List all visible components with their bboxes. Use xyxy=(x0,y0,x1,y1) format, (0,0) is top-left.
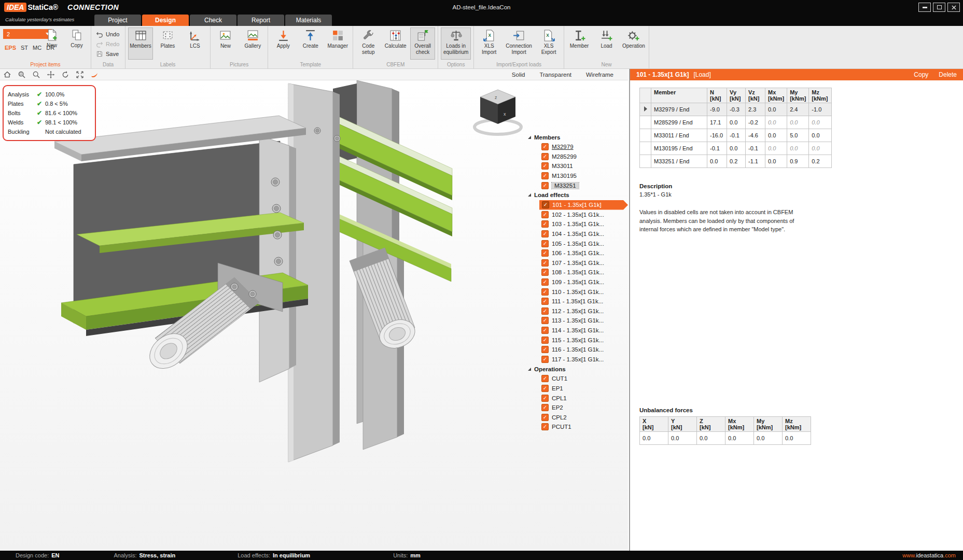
member-cell[interactable]: M33251 / End xyxy=(651,155,707,168)
force-value-cell[interactable]: 0.0 xyxy=(809,116,832,129)
checkbox-checked-icon[interactable]: ✓ xyxy=(541,395,549,402)
force-value-cell[interactable]: 17.1 xyxy=(707,116,727,129)
code-setup-button[interactable]: Code setup xyxy=(356,27,381,60)
checkbox-checked-icon[interactable]: ✓ xyxy=(541,259,549,267)
checkbox-checked-icon[interactable]: ✓ xyxy=(541,143,549,150)
force-value-cell[interactable]: -1.0 xyxy=(809,103,832,116)
force-value-cell[interactable]: -16.0 xyxy=(707,129,727,142)
tab-project[interactable]: Project xyxy=(94,15,141,26)
checkbox-checked-icon[interactable]: ✓ xyxy=(542,201,549,208)
force-value-cell[interactable]: 0.2 xyxy=(727,155,746,168)
zoom-fit-button[interactable] xyxy=(73,69,87,80)
website-link[interactable]: www.ideastatica.com xyxy=(902,552,956,558)
checkbox-checked-icon[interactable]: ✓ xyxy=(541,249,549,257)
force-value-cell[interactable]: -1.1 xyxy=(746,155,765,168)
force-value-cell[interactable]: -9.0 xyxy=(707,103,727,116)
tree-item[interactable]: ✓110 - 1.35x[1 G1k... xyxy=(528,287,628,297)
minimize-button[interactable] xyxy=(918,3,931,12)
checkbox-checked-icon[interactable]: ✓ xyxy=(541,288,549,296)
tree-item[interactable]: ✓M285299 xyxy=(528,152,628,162)
tree-item[interactable]: ✓116 - 1.35x[1 G1k... xyxy=(528,345,628,355)
tree-item[interactable]: ✓CPL2 xyxy=(528,412,628,422)
force-value-cell[interactable]: 0.0 xyxy=(787,142,809,155)
maximize-button[interactable] xyxy=(933,3,945,12)
tree-item[interactable]: ✓M130195 xyxy=(528,171,628,181)
tree-item-selected[interactable]: ✓101 - 1.35x[1 G1k] xyxy=(539,200,628,210)
force-value-cell[interactable]: -0.1 xyxy=(707,142,727,155)
calculate-button[interactable]: Calculate xyxy=(383,27,408,60)
table-row[interactable]: M130195 / End-0.10.0-0.10.00.00.0 xyxy=(640,142,832,155)
force-value-cell[interactable]: 2.3 xyxy=(746,103,765,116)
view-mode-solid[interactable]: Solid xyxy=(512,72,525,78)
tree-item[interactable]: ✓114 - 1.35x[1 G1k... xyxy=(528,326,628,335)
new-member-button[interactable]: Member xyxy=(567,27,592,60)
plates-labels-button[interactable]: Plates xyxy=(155,27,180,60)
member-cell[interactable]: M33011 / End xyxy=(651,129,707,142)
pan-button[interactable] xyxy=(44,69,58,80)
new-picture-button[interactable]: New xyxy=(213,27,238,60)
force-value-cell[interactable]: 2.4 xyxy=(787,103,809,116)
template-manager-button[interactable]: Manager xyxy=(325,27,350,60)
tree-section-header-load-effects[interactable]: Load effects xyxy=(528,190,628,200)
force-value-cell[interactable]: 0.0 xyxy=(787,116,809,129)
copy-load-button[interactable]: Copy xyxy=(914,71,928,78)
new-operation-button[interactable]: Operation xyxy=(621,27,646,60)
force-value-cell[interactable]: -0.1 xyxy=(746,142,765,155)
tree-section-header-members[interactable]: Members xyxy=(528,132,628,142)
tree-item[interactable]: ✓EP1 xyxy=(528,384,628,394)
connection-import-button[interactable]: Connection Import xyxy=(504,27,534,60)
checkbox-checked-icon[interactable]: ✓ xyxy=(541,172,549,179)
home-view-button[interactable] xyxy=(0,69,15,80)
tree-item[interactable]: ✓105 - 1.35x[1 G1k... xyxy=(528,239,628,248)
checkbox-checked-icon[interactable]: ✓ xyxy=(541,230,549,237)
table-row[interactable]: M32979 / End-9.0-0.32.30.02.4-1.0 xyxy=(640,103,832,116)
tree-item[interactable]: ✓107 - 1.35x[1 G1k... xyxy=(528,258,628,268)
force-value-cell[interactable]: -0.3 xyxy=(727,103,746,116)
overall-check-button[interactable]: Overall check xyxy=(410,27,435,60)
checkbox-checked-icon[interactable]: ✓ xyxy=(541,220,549,228)
tree-item[interactable]: ✓102 - 1.35x[1 G1k... xyxy=(528,210,628,220)
checkbox-checked-icon[interactable]: ✓ xyxy=(541,356,549,363)
view-mode-transparent[interactable]: Transparent xyxy=(539,72,571,78)
force-value-cell[interactable]: 0.0 xyxy=(809,142,832,155)
checkbox-checked-icon[interactable]: ✓ xyxy=(541,317,549,324)
tree-item[interactable]: ✓111 - 1.35x[1 G1k... xyxy=(528,297,628,306)
tree-item[interactable]: ✓108 - 1.35x[1 G1k... xyxy=(528,268,628,277)
force-value-cell[interactable]: 0.0 xyxy=(765,155,787,168)
tree-item[interactable]: ✓M32979 xyxy=(528,142,628,152)
force-value-cell[interactable]: 5.0 xyxy=(787,129,809,142)
copy-project-item-button[interactable]: Copy xyxy=(64,27,89,59)
tree-item[interactable]: ✓M33251 xyxy=(528,180,628,190)
table-row[interactable]: M285299 / End17.10.0-0.20.00.00.0 xyxy=(640,116,832,129)
checkbox-checked-icon[interactable]: ✓ xyxy=(541,404,549,411)
checkbox-checked-icon[interactable]: ✓ xyxy=(541,346,549,353)
xls-import-button[interactable]: XLS Import xyxy=(477,27,501,60)
force-value-cell[interactable]: -0.1 xyxy=(727,129,746,142)
checkbox-checked-icon[interactable]: ✓ xyxy=(541,269,549,276)
tree-item[interactable]: ✓PCUT1 xyxy=(528,422,628,432)
lcs-labels-button[interactable]: LCS xyxy=(183,27,207,60)
force-value-cell[interactable]: 0.0 xyxy=(809,129,832,142)
force-value-cell[interactable]: 0.0 xyxy=(727,116,746,129)
force-value-cell[interactable]: 0.2 xyxy=(809,155,832,168)
tree-item[interactable]: ✓117 - 1.35x[1 G1k... xyxy=(528,354,628,364)
checkbox-checked-icon[interactable]: ✓ xyxy=(541,240,549,247)
tab-materials[interactable]: Materials xyxy=(285,15,332,26)
checkbox-checked-icon[interactable]: ✓ xyxy=(541,375,549,382)
tree-item[interactable]: ✓109 - 1.35x[1 G1k... xyxy=(528,277,628,287)
undo-button[interactable]: Undo xyxy=(94,29,122,39)
tree-item[interactable]: ✓M33011 xyxy=(528,161,628,171)
tree-item[interactable]: ✓113 - 1.35x[1 G1k... xyxy=(528,316,628,326)
3d-viewport[interactable]: x z Analysis✔100.0%Plates✔0.8 < 5%Bolts✔… xyxy=(0,80,628,551)
checkbox-checked-icon[interactable]: ✓ xyxy=(541,423,549,430)
zoom-button[interactable] xyxy=(29,69,44,80)
checkbox-checked-icon[interactable]: ✓ xyxy=(541,385,549,392)
force-value-cell[interactable]: 0.0 xyxy=(707,155,727,168)
member-cell[interactable]: M285299 / End xyxy=(651,116,707,129)
tree-item[interactable]: ✓112 - 1.35x[1 G1k... xyxy=(528,306,628,316)
tree-item[interactable]: ✓CPL1 xyxy=(528,393,628,403)
force-value-cell[interactable]: 0.0 xyxy=(765,129,787,142)
member-cell[interactable]: M130195 / End xyxy=(651,142,707,155)
member-cell[interactable]: M32979 / End xyxy=(651,103,707,116)
tree-item[interactable]: ✓CUT1 xyxy=(528,374,628,384)
